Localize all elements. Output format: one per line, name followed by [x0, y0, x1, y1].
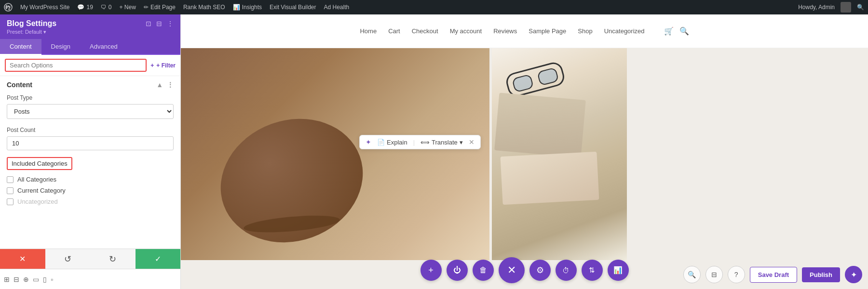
- fab-close-icon: ✕: [507, 264, 516, 276]
- publish-button[interactable]: Publish: [802, 267, 840, 282]
- admin-bar-right: Howdy, Admin 🔍: [798, 2, 864, 13]
- page-content-area: ✦ 📄 Explain | ⟺ Translate ▾ ✕ +: [181, 48, 868, 289]
- section-collapse-icon[interactable]: ▲: [156, 81, 163, 89]
- messages[interactable]: 🗨 0: [101, 4, 112, 11]
- fab-arrows-button[interactable]: ⇅: [582, 260, 603, 281]
- explain-separator: |: [413, 139, 415, 146]
- tab-advanced[interactable]: Advanced: [80, 39, 127, 54]
- right-layers-button[interactable]: ⊟: [705, 266, 723, 283]
- fab-chart-button[interactable]: 📊: [608, 260, 629, 281]
- nav-sample-page[interactable]: Sample Page: [529, 27, 566, 35]
- admin-bar: My WordPress Site 💬 19 🗨 0 + New ✏ Edit …: [0, 0, 868, 14]
- tab-content[interactable]: Content: [0, 39, 41, 55]
- nav-checkout[interactable]: Checkout: [412, 27, 438, 35]
- new-button[interactable]: + New: [120, 4, 136, 11]
- category-label-all: All Categories: [17, 176, 56, 183]
- comments[interactable]: 💬 19: [77, 4, 93, 11]
- right-help-button[interactable]: ?: [728, 266, 745, 283]
- wireframe-icon[interactable]: ⊟: [14, 276, 19, 283]
- translate-button[interactable]: ⟺ Translate ▾: [420, 139, 463, 146]
- post-type-select[interactable]: Posts Pages Custom: [7, 104, 174, 119]
- edit-page-link[interactable]: ✏ Edit Page: [144, 4, 176, 11]
- nav-uncategorized[interactable]: Uncategorized: [604, 27, 645, 35]
- ai-assistant-button[interactable]: ✦: [845, 266, 862, 283]
- redo-button[interactable]: ↻: [90, 249, 136, 269]
- wp-logo[interactable]: [4, 3, 13, 12]
- post-type-field: Post Type Posts Pages Custom: [0, 92, 180, 124]
- explain-button[interactable]: 📄 Explain: [377, 139, 407, 146]
- section-menu-icon[interactable]: ⋮: [167, 81, 174, 89]
- post-type-label: Post Type: [7, 94, 174, 101]
- category-checkbox-all[interactable]: [7, 176, 14, 183]
- hero-image-right-inner: [492, 48, 627, 260]
- tab-design[interactable]: Design: [41, 39, 80, 54]
- preset-chevron-icon: ▾: [43, 29, 46, 35]
- cart-nav-icon[interactable]: 🛒: [664, 26, 674, 36]
- search-admin-icon[interactable]: 🔍: [857, 4, 864, 11]
- post-count-label: Post Count: [7, 127, 174, 133]
- main-layout: Blog Settings ⊡ ⊟ ⋮ Preset: Default ▾ Co…: [0, 14, 868, 289]
- hero-image-left-inner: [181, 48, 489, 260]
- fab-settings-button[interactable]: ⚙: [529, 260, 551, 281]
- nav-home[interactable]: Home: [360, 27, 377, 35]
- confirm-button[interactable]: ✓: [136, 249, 181, 269]
- admin-avatar: [841, 2, 851, 13]
- sidebar-bottom-toolbar: ✕ ↺ ↻ ✓: [0, 249, 180, 269]
- canvas-area: Home Cart Checkout My account Reviews Sa…: [181, 14, 868, 289]
- confirm-icon: ✓: [155, 254, 161, 263]
- post-count-field: Post Count: [0, 124, 180, 155]
- nav-bar: Home Cart Checkout My account Reviews Sa…: [181, 14, 868, 48]
- right-action-buttons: 🔍 ⊟ ? Save Draft Publish ✦: [683, 266, 862, 283]
- fab-power-button[interactable]: ⏻: [447, 260, 468, 281]
- sidebar-tabs: Content Design Advanced: [0, 39, 180, 55]
- exit-visual-builder[interactable]: Exit Visual Builder: [270, 4, 316, 11]
- message-icon: 🗨: [101, 4, 107, 11]
- mobile-view-icon[interactable]: ▫: [51, 276, 53, 283]
- post-count-input[interactable]: [7, 136, 174, 150]
- insights[interactable]: 📊 Insights: [233, 4, 262, 11]
- sidebar-search-bar: + + Filter: [0, 55, 180, 76]
- sidebar-panel: Blog Settings ⊡ ⊟ ⋮ Preset: Default ▾ Co…: [0, 14, 181, 289]
- site-name[interactable]: My WordPress Site: [20, 4, 69, 11]
- cancel-button[interactable]: ✕: [0, 249, 45, 269]
- nav-reviews[interactable]: Reviews: [493, 27, 517, 35]
- right-layers-icon: ⊟: [711, 271, 717, 278]
- desktop-view-icon[interactable]: ▭: [33, 276, 39, 283]
- search-nav-icon[interactable]: 🔍: [679, 26, 689, 36]
- zoom-icon[interactable]: ⊕: [23, 276, 29, 283]
- ad-health[interactable]: Ad Health: [324, 4, 349, 11]
- more-options-icon[interactable]: ⋮: [167, 20, 174, 27]
- nav-shop[interactable]: Shop: [578, 27, 592, 35]
- search-options-input[interactable]: [10, 62, 142, 69]
- explain-document-icon: 📄: [377, 139, 385, 146]
- explain-close-button[interactable]: ✕: [469, 138, 475, 146]
- filter-button[interactable]: + + Filter: [150, 62, 176, 69]
- translate-icon: ⟺: [420, 139, 430, 146]
- category-item-all[interactable]: All Categories: [0, 174, 180, 185]
- fab-add-button[interactable]: +: [420, 260, 442, 281]
- nav-cart[interactable]: Cart: [388, 27, 400, 35]
- tablet-view-icon[interactable]: ▯: [43, 276, 47, 283]
- columns-icon[interactable]: ⊟: [156, 20, 162, 27]
- rank-math[interactable]: Rank Math SEO: [183, 4, 225, 11]
- category-item-uncategorized[interactable]: Uncategorized: [0, 196, 180, 207]
- nav-my-account[interactable]: My account: [450, 27, 482, 35]
- sidebar-header: Blog Settings ⊡ ⊟ ⋮ Preset: Default ▾: [0, 14, 180, 39]
- save-draft-button[interactable]: Save Draft: [750, 267, 797, 283]
- fab-clock-button[interactable]: ⏱: [556, 260, 577, 281]
- explain-ai-icon: ✦: [366, 138, 371, 146]
- ai-icon: ✦: [851, 270, 857, 279]
- right-search-button[interactable]: 🔍: [683, 266, 701, 283]
- sidebar-preset[interactable]: Preset: Default ▾: [7, 29, 174, 35]
- content-section-header: Content ▲ ⋮: [0, 76, 180, 92]
- category-checkbox-current[interactable]: [7, 187, 14, 194]
- grid-view-icon[interactable]: ⊞: [4, 276, 10, 283]
- category-item-current[interactable]: Current Category: [0, 185, 180, 196]
- translate-chevron-icon: ▾: [460, 139, 463, 146]
- minimize-icon[interactable]: ⊡: [146, 20, 151, 27]
- fab-close-button[interactable]: ✕: [499, 257, 525, 283]
- section-header-icons: ▲ ⋮: [156, 81, 174, 89]
- fab-delete-button[interactable]: 🗑: [473, 260, 494, 281]
- undo-button[interactable]: ↺: [45, 249, 91, 269]
- category-checkbox-uncategorized[interactable]: [7, 198, 14, 205]
